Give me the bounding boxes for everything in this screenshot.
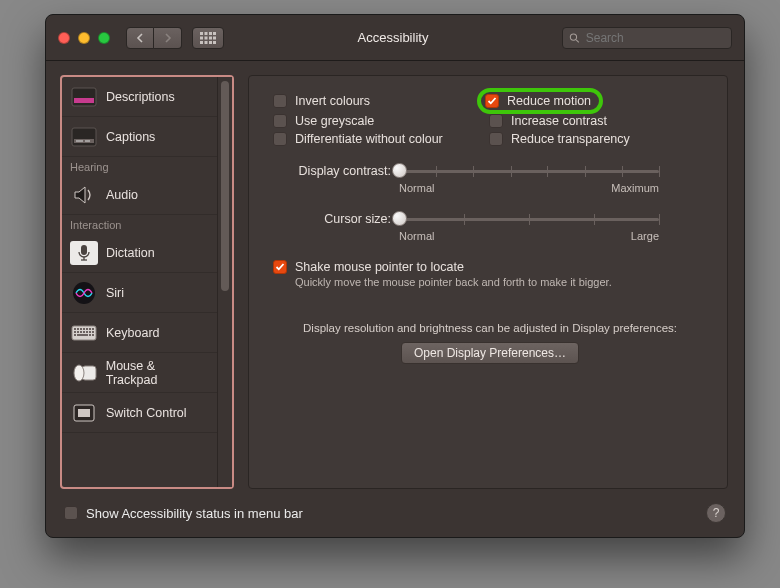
sidebar-header-interaction: Interaction (62, 215, 217, 233)
search-field[interactable] (562, 27, 732, 49)
sidebar-item-keyboard[interactable]: Keyboard (62, 313, 217, 353)
option-label: Increase contrast (511, 114, 607, 128)
sidebar-item-siri[interactable]: Siri (62, 273, 217, 313)
help-button[interactable]: ? (706, 503, 726, 523)
slider-min-label: Normal (399, 230, 434, 242)
sidebar-item-label: Descriptions (106, 90, 175, 104)
sidebar-scrollbar[interactable] (217, 77, 232, 487)
svg-rect-19 (85, 140, 90, 141)
svg-rect-5 (205, 36, 208, 39)
window-footer: Show Accessibility status in menu bar ? (46, 503, 744, 537)
svg-rect-38 (92, 331, 94, 333)
option-label: Show Accessibility status in menu bar (86, 506, 303, 521)
show-all-button[interactable] (192, 27, 224, 49)
sidebar-item-label: Mouse & Trackpad (106, 359, 209, 387)
svg-rect-28 (83, 328, 85, 330)
sidebar-header-hearing: Hearing (62, 157, 217, 175)
option-label: Reduce motion (507, 94, 591, 108)
nav-buttons (126, 27, 182, 49)
scrollbar-thumb[interactable] (221, 81, 229, 291)
svg-rect-14 (72, 88, 96, 106)
sidebar-item-audio[interactable]: Audio (62, 175, 217, 215)
zoom-icon[interactable] (98, 32, 110, 44)
svg-rect-16 (72, 128, 96, 146)
svg-rect-39 (74, 334, 76, 336)
sidebar-item-descriptions[interactable]: Descriptions (62, 77, 217, 117)
option-use-greyscale[interactable]: Use greyscale (273, 114, 483, 128)
window-controls (58, 32, 110, 44)
checkbox-icon (273, 260, 287, 274)
descriptions-icon (70, 85, 98, 109)
audio-icon (70, 183, 98, 207)
sidebar-item-label: Dictation (106, 246, 155, 260)
sidebar-item-mouse-trackpad[interactable]: Mouse & Trackpad (62, 353, 217, 393)
option-shake-pointer[interactable]: Shake mouse pointer to locate Quickly mo… (273, 260, 707, 288)
back-button[interactable] (126, 27, 154, 49)
svg-rect-25 (74, 328, 76, 330)
search-input[interactable] (586, 31, 725, 45)
svg-rect-10 (209, 41, 212, 44)
settings-panel: Invert colours Reduce motion Use greysca… (248, 75, 728, 489)
search-icon (569, 32, 580, 44)
window-title: Accessibility (234, 30, 552, 45)
svg-rect-34 (80, 331, 82, 333)
option-differentiate-colour[interactable]: Differentiate without colour (273, 132, 483, 146)
display-contrast-slider[interactable] (399, 160, 659, 182)
svg-rect-35 (83, 331, 85, 333)
mouse-icon (70, 361, 98, 385)
option-label: Use greyscale (295, 114, 374, 128)
svg-rect-30 (89, 328, 91, 330)
checkbox-icon (485, 94, 499, 108)
captions-icon (70, 125, 98, 149)
svg-line-13 (576, 39, 579, 42)
slider-thumb[interactable] (392, 163, 407, 178)
svg-rect-18 (76, 140, 83, 141)
slider-thumb[interactable] (392, 211, 407, 226)
keyboard-icon (70, 321, 98, 345)
svg-rect-29 (86, 328, 88, 330)
svg-rect-20 (81, 245, 87, 255)
siri-icon (70, 281, 98, 305)
option-label: Invert colours (295, 94, 370, 108)
sidebar-item-captions[interactable]: Captions (62, 117, 217, 157)
svg-rect-15 (74, 98, 94, 103)
checkbox-icon (489, 114, 503, 128)
option-invert-colours[interactable]: Invert colours (273, 92, 483, 110)
svg-rect-31 (92, 328, 94, 330)
svg-rect-7 (213, 36, 216, 39)
svg-rect-9 (205, 41, 208, 44)
cursor-size-slider[interactable] (399, 208, 659, 230)
svg-rect-41 (89, 334, 91, 336)
svg-rect-40 (77, 334, 88, 336)
svg-rect-46 (78, 409, 90, 417)
display-preferences-note: Display resolution and brightness can be… (273, 322, 707, 334)
svg-point-44 (74, 365, 84, 381)
svg-rect-42 (92, 334, 94, 336)
switch-control-icon (70, 401, 98, 425)
svg-rect-11 (213, 41, 216, 44)
svg-rect-32 (74, 331, 76, 333)
sidebar-item-label: Captions (106, 130, 155, 144)
forward-button[interactable] (154, 27, 182, 49)
sidebar-item-switch-control[interactable]: Switch Control (62, 393, 217, 433)
sidebar-item-dictation[interactable]: Dictation (62, 233, 217, 273)
sidebar-item-label: Siri (106, 286, 124, 300)
dictation-icon (70, 241, 98, 265)
svg-rect-26 (77, 328, 79, 330)
svg-rect-0 (200, 32, 203, 35)
svg-rect-37 (89, 331, 91, 333)
open-display-preferences-button[interactable]: Open Display Preferences… (401, 342, 579, 364)
slider-min-label: Normal (399, 182, 434, 194)
option-label: Reduce transparency (511, 132, 630, 146)
close-icon[interactable] (58, 32, 70, 44)
option-reduce-motion[interactable]: Reduce motion (477, 88, 603, 114)
option-show-status-menubar[interactable]: Show Accessibility status in menu bar (64, 506, 303, 521)
option-reduce-transparency[interactable]: Reduce transparency (483, 132, 707, 146)
minimize-icon[interactable] (78, 32, 90, 44)
option-increase-contrast[interactable]: Increase contrast (483, 114, 707, 128)
display-contrast-label: Display contrast: (273, 164, 391, 178)
checkbox-icon (273, 132, 287, 146)
svg-rect-36 (86, 331, 88, 333)
option-description: Quickly move the mouse pointer back and … (295, 276, 612, 288)
sidebar-item-label: Switch Control (106, 406, 187, 420)
